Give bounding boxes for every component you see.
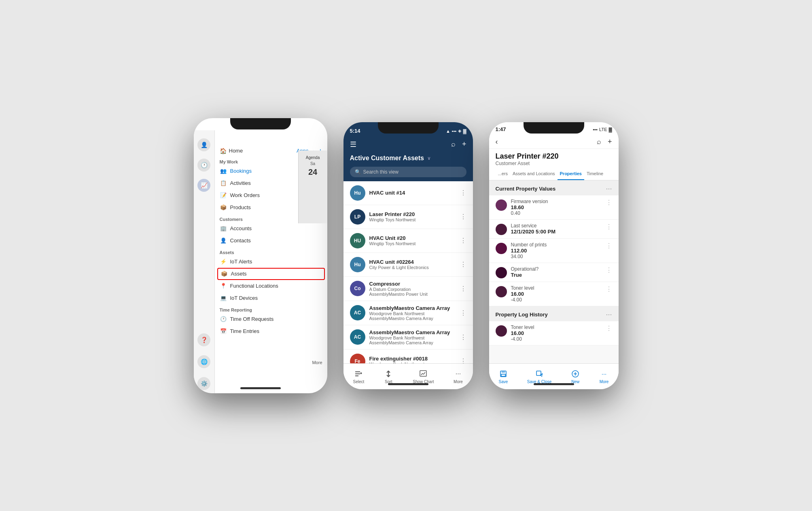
toner-name: Toner level (511, 285, 602, 291)
log-entry-toner[interactable]: Toner level 16.00 -4.00 ⋮ (489, 321, 619, 346)
sort-icon (384, 369, 393, 379)
current-property-more-icon[interactable]: ··· (606, 184, 612, 193)
item-more-icon[interactable]: ⋮ (460, 189, 466, 197)
show-chart-button[interactable]: Show Chart (413, 369, 434, 384)
tab-properties[interactable]: Properties (558, 168, 584, 180)
avatar: Hu (350, 185, 365, 201)
p2-time: 5:14 (350, 128, 360, 134)
p2-search-input[interactable]: 🔍 Search this view (350, 167, 466, 177)
p3-time: 1:47 (496, 126, 506, 132)
p3-more-button[interactable]: ··· More (599, 369, 609, 384)
new-button[interactable]: New (570, 369, 580, 384)
sidebar-recent-icon[interactable]: 🕐 (197, 159, 210, 172)
sidebar-globe-icon[interactable]: 🌐 (197, 355, 210, 368)
item-more-icon[interactable]: ⋮ (460, 261, 466, 268)
item-text: AssemblyMaestro Camera Array Woodgrove B… (369, 329, 456, 345)
p3-back-icon[interactable]: ‹ (496, 138, 498, 146)
sidebar-settings-icon[interactable]: ⚙️ (197, 377, 210, 390)
num-prints-value2: 34.00 (511, 254, 602, 259)
home-label[interactable]: Home (229, 148, 243, 154)
log-toner-more-icon[interactable]: ⋮ (606, 324, 612, 332)
sort-button[interactable]: Sort (384, 369, 393, 384)
p3-add-icon[interactable]: + (608, 138, 612, 146)
item-more-icon[interactable]: ⋮ (460, 213, 466, 221)
property-last-service[interactable]: Last service 12/1/2020 5:00 PM ⋮ (489, 220, 619, 239)
svg-rect-3 (360, 373, 362, 374)
property-toner[interactable]: Toner level 16.00 -4.00 ⋮ (489, 282, 619, 306)
property-firmware[interactable]: Firmware version 18.60 0.40 ⋮ (489, 195, 619, 220)
nav-item-iot-devices[interactable]: 💻 IoT Devices (215, 292, 327, 304)
nav-item-functional-locations[interactable]: 📍 Functional Locations (215, 280, 327, 292)
save-button[interactable]: Save (498, 369, 508, 384)
tab-timeline[interactable]: Timeline (584, 168, 606, 180)
item-title: Laser Printer #220 (369, 211, 456, 217)
select-label: Select (353, 380, 364, 384)
p2-add-icon[interactable]: + (462, 140, 466, 148)
list-item[interactable]: Hu HVAC unit #14 ⋮ (343, 181, 473, 205)
nav-item-iot-alerts[interactable]: ⚡ IoT Alerts (215, 256, 327, 268)
item-more-icon[interactable]: ⋮ (460, 237, 466, 244)
p3-battery-icon: ▓ (608, 127, 612, 132)
svg-rect-2 (355, 375, 358, 376)
log-toner-dot (496, 325, 507, 337)
list-item[interactable]: AC AssemblyMaestro Camera Array Woodgrov… (343, 301, 473, 325)
list-item[interactable]: Hu HVAC unit #02264 City Power & Light E… (343, 253, 473, 277)
item-more-icon[interactable]: ⋮ (460, 333, 466, 341)
products-label: Products (230, 204, 251, 210)
sidebar-analytics-icon[interactable]: 📈 (197, 179, 210, 192)
nav-item-assets[interactable]: 📦 Assets (217, 268, 325, 280)
p2-search-icon[interactable]: ⌕ (451, 140, 456, 148)
bookings-label: Bookings (230, 168, 252, 174)
toner-value: 16.00 (511, 291, 602, 297)
nav-item-accounts[interactable]: 🏢 Accounts (215, 223, 327, 235)
phone2-title-bar: Active Customer Assets ∨ (343, 152, 473, 167)
p2-chevron[interactable]: ∨ (427, 155, 431, 161)
sidebar-help-icon[interactable]: ❓ (197, 333, 210, 346)
num-prints-more-icon[interactable]: ⋮ (606, 242, 612, 250)
item-more-icon[interactable]: ⋮ (460, 357, 466, 363)
item-more-icon[interactable]: ⋮ (460, 309, 466, 317)
firmware-dot (496, 199, 507, 211)
iot-devices-label: IoT Devices (230, 295, 258, 301)
tab-ers[interactable]: ...ers (496, 168, 510, 180)
operational-more-icon[interactable]: ⋮ (606, 266, 612, 274)
property-log-history-title: Property Log History (496, 312, 548, 318)
nav-item-contacts[interactable]: 👤 Contacts (215, 235, 327, 247)
p3-search-icon[interactable]: ⌕ (597, 138, 601, 146)
last-service-more-icon[interactable]: ⋮ (606, 223, 612, 231)
agenda-overlay: Agenda Sa 24 (298, 151, 327, 223)
select-button[interactable]: Select (353, 369, 364, 384)
operational-dot (496, 267, 507, 278)
more-overlay-label[interactable]: More (312, 360, 322, 365)
list-item[interactable]: HU HVAC Unit #20 Wingtip Toys Northwest … (343, 229, 473, 253)
last-service-name: Last service (511, 223, 602, 229)
current-property-values-title: Current Property Values (496, 186, 556, 192)
save-close-button[interactable]: Save & Close (527, 369, 552, 384)
more-icon: ··· (453, 369, 463, 379)
more-button[interactable]: ··· More (453, 369, 463, 384)
property-num-prints[interactable]: Number of prints 112.00 34.00 ⋮ (489, 239, 619, 263)
p3-more-label: More (600, 380, 609, 384)
p2-menu-icon[interactable]: ☰ (350, 140, 356, 149)
toner-more-icon[interactable]: ⋮ (606, 285, 612, 293)
list-item[interactable]: Fe Fire extinguisher #0018 Woodgrove Ban… (343, 350, 473, 363)
time-entries-label: Time Entries (230, 328, 259, 334)
nav-item-time-entries[interactable]: 📅 Time Entries (215, 325, 327, 337)
accounts-icon: 🏢 (220, 225, 227, 232)
firmware-more-icon[interactable]: ⋮ (606, 199, 612, 206)
last-service-value: 12/1/2020 5:00 PM (511, 229, 602, 235)
phone-2-notch (378, 122, 439, 134)
sidebar-profile-icon[interactable]: 👤 (197, 138, 210, 151)
list-item[interactable]: LP Laser Printer #220 Wingtip Toys North… (343, 205, 473, 229)
nav-item-time-off[interactable]: 🕐 Time Off Requests (215, 313, 327, 325)
list-item[interactable]: Co Compressor A Datum Corporation Assemb… (343, 277, 473, 301)
toner-dot (496, 286, 507, 297)
property-operational[interactable]: Operational? True ⋮ (489, 263, 619, 282)
log-history-more-icon[interactable]: ··· (606, 310, 612, 319)
phone2-header: ☰ ⌕ + (343, 137, 473, 152)
tab-assets-locations[interactable]: Assets and Locations (510, 168, 558, 180)
item-more-icon[interactable]: ⋮ (460, 285, 466, 293)
item-title: HVAC unit #14 (369, 190, 456, 196)
list-item[interactable]: AC AssemblyMaestro Camera Array Woodgrov… (343, 325, 473, 350)
item-title: HVAC Unit #20 (369, 235, 456, 241)
